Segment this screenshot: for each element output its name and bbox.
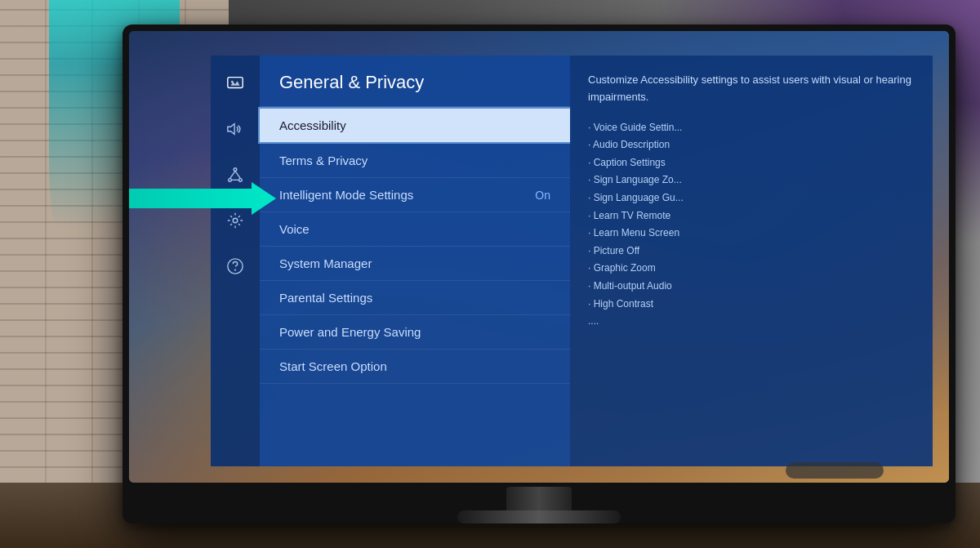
svg-line-6	[230, 171, 235, 178]
info-list-item-7: · Learn Menu Screen	[588, 225, 915, 243]
settings-overlay: General & Privacy Accessibility Terms & …	[211, 56, 933, 466]
arrow-icon	[129, 182, 276, 215]
tv-stand	[457, 483, 621, 523]
svg-marker-2	[228, 124, 234, 135]
menu-item-label: Terms & Privacy	[279, 154, 368, 167]
svg-point-3	[234, 168, 237, 172]
info-list-item-2: · Audio Description	[588, 136, 915, 154]
sidebar-icon-support[interactable]	[224, 255, 247, 278]
menu-item-label: Voice	[279, 222, 310, 236]
menu-item-label: Intelligent Mode Settings	[279, 188, 413, 202]
settings-sidebar	[211, 56, 260, 466]
info-list-item-4: · Sign Language Zo...	[588, 172, 915, 189]
scene: General & Privacy Accessibility Terms & …	[0, 0, 980, 548]
menu-item-terms[interactable]: Terms & Privacy	[260, 144, 570, 178]
info-list-item-ellipsis: ....	[588, 313, 915, 331]
menu-item-label: Parental Settings	[279, 291, 372, 305]
sidebar-icon-sound[interactable]	[224, 118, 247, 140]
menu-item-system[interactable]: System Manager	[260, 247, 570, 281]
menu-item-accessibility[interactable]: Accessibility	[258, 107, 572, 144]
info-list-item-10: · Multi-output Audio	[588, 278, 915, 296]
tv-stand-neck	[506, 487, 572, 511]
menu-title: General & Privacy	[260, 72, 570, 107]
info-list-item-6: · Learn TV Remote	[588, 207, 915, 225]
menu-item-power[interactable]: Power and Energy Saving	[260, 315, 570, 350]
menu-item-value: On	[535, 189, 550, 202]
menu-item-startscreen[interactable]: Start Screen Option	[260, 350, 570, 384]
arrow-annotation	[129, 182, 276, 215]
menu-item-voice[interactable]: Voice	[260, 212, 570, 247]
svg-point-11	[235, 270, 236, 270]
menu-item-intelligent[interactable]: Intelligent Mode Settings On	[260, 178, 570, 212]
menu-item-label: Accessibility	[279, 118, 346, 132]
tv-stand-base	[457, 510, 621, 523]
tv-frame: General & Privacy Accessibility Terms & …	[122, 25, 956, 523]
svg-point-9	[233, 218, 238, 223]
info-description: Customize Accessibility settings to assi…	[588, 72, 915, 106]
menu-item-label: Start Screen Option	[279, 359, 387, 373]
info-list-item-1: · Voice Guide Settin...	[588, 119, 915, 137]
info-list-item-11: · High Contrast	[588, 296, 915, 314]
menu-item-label: Power and Energy Saving	[279, 325, 421, 339]
sidebar-icon-picture[interactable]	[224, 72, 247, 95]
menu-item-label: System Manager	[279, 256, 372, 270]
svg-line-7	[235, 171, 240, 178]
svg-point-1	[231, 81, 234, 83]
info-list: · Voice Guide Settin... · Audio Descript…	[588, 119, 915, 331]
svg-point-5	[239, 179, 243, 182]
info-panel: Customize Accessibility settings to assi…	[570, 56, 933, 466]
info-list-item-9: · Graphic Zoom	[588, 260, 915, 278]
svg-point-4	[229, 179, 232, 182]
info-list-item-3: · Caption Settings	[588, 154, 915, 172]
tv-screen: General & Privacy Accessibility Terms & …	[129, 31, 949, 483]
info-list-item-8: · Picture Off	[588, 243, 915, 261]
main-menu-panel: General & Privacy Accessibility Terms & …	[260, 56, 570, 466]
svg-rect-0	[228, 78, 243, 88]
remote-control	[786, 462, 884, 479]
info-list-item-5: · Sign Language Gu...	[588, 189, 915, 207]
menu-item-parental[interactable]: Parental Settings	[260, 281, 570, 315]
